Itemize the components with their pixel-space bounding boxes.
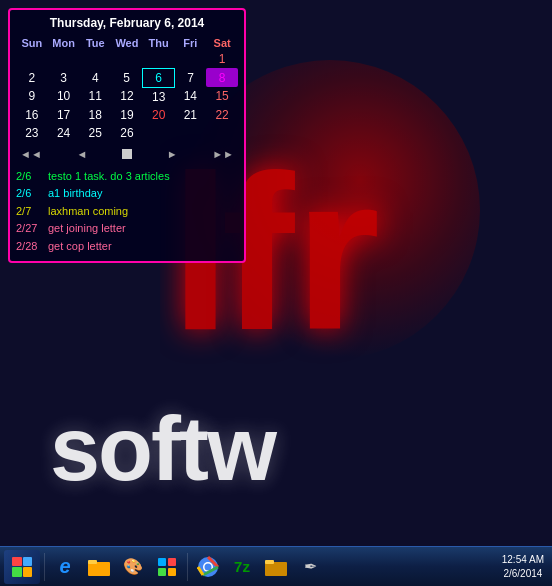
event-2-date: 2/6 xyxy=(16,185,44,203)
taskbar-separator-1 xyxy=(44,553,45,581)
cal-day-22[interactable]: 22 xyxy=(206,106,238,124)
svg-rect-9 xyxy=(265,562,287,576)
table-row: 23 24 25 26 xyxy=(16,124,238,142)
event-3-text: laxhman coming xyxy=(48,203,128,221)
cal-day-13[interactable]: 13 xyxy=(143,87,175,106)
event-2-text: a1 birthday xyxy=(48,185,102,203)
start-button[interactable] xyxy=(4,550,40,584)
svg-rect-3 xyxy=(168,558,176,566)
svg-rect-0 xyxy=(88,562,110,576)
cal-day-18[interactable]: 18 xyxy=(79,106,111,124)
col-wed: Wed xyxy=(111,36,143,50)
internet-explorer-icon[interactable]: e xyxy=(49,551,81,583)
cal-day-16[interactable]: 16 xyxy=(16,106,48,124)
cal-day-empty[interactable] xyxy=(206,124,238,142)
cal-day-26[interactable]: 26 xyxy=(111,124,143,142)
event-5-date: 2/28 xyxy=(16,238,44,256)
taskbar-date: 2/6/2014 xyxy=(502,567,544,581)
calendar-header: Thursday, February 6, 2014 xyxy=(16,16,238,30)
cal-day-empty[interactable] xyxy=(111,50,143,68)
app-icon-4[interactable] xyxy=(151,551,183,583)
col-sat: Sat xyxy=(206,36,238,50)
bg-bottom-text: softw xyxy=(50,398,275,501)
col-mon: Mon xyxy=(48,36,80,50)
col-thu: Thu xyxy=(143,36,175,50)
cal-day-5[interactable]: 5 xyxy=(111,68,143,87)
cal-day-4[interactable]: 4 xyxy=(79,68,111,87)
folder2-icon[interactable] xyxy=(260,551,292,583)
svg-rect-5 xyxy=(168,568,176,576)
cal-day-9[interactable]: 9 xyxy=(16,87,48,106)
event-1-text: testo 1 task. do 3 articles xyxy=(48,168,170,186)
nav-prev-button[interactable]: ◄ xyxy=(76,148,87,160)
calendar-nav: ◄◄ ◄ ► ►► xyxy=(16,146,238,162)
pen-icon[interactable]: ✒ xyxy=(294,551,326,583)
cal-day-empty[interactable] xyxy=(143,124,175,142)
nav-today-button[interactable] xyxy=(122,149,132,159)
svg-rect-1 xyxy=(88,560,97,564)
event-5: 2/28 get cop letter xyxy=(16,238,238,256)
table-row: 1 xyxy=(16,50,238,68)
taskbar-separator-2 xyxy=(187,553,188,581)
col-fri: Fri xyxy=(175,36,207,50)
cal-day-empty[interactable] xyxy=(79,50,111,68)
cal-day-empty[interactable] xyxy=(48,50,80,68)
cal-day-19[interactable]: 19 xyxy=(111,106,143,124)
col-tue: Tue xyxy=(79,36,111,50)
calendar-grid: Sun Mon Tue Wed Thu Fri Sat 1 2 3 xyxy=(16,36,238,142)
event-4-text: get joining letter xyxy=(48,220,126,238)
chrome-icon[interactable] xyxy=(192,551,224,583)
cal-day-21[interactable]: 21 xyxy=(175,106,207,124)
cal-day-1[interactable]: 1 xyxy=(206,50,238,68)
taskbar-right: 12:54 AM 2/6/2014 xyxy=(502,553,548,581)
cal-day-15[interactable]: 15 xyxy=(206,87,238,106)
cal-day-8-highlighted[interactable]: 8 xyxy=(206,68,238,87)
nav-prev-prev-button[interactable]: ◄◄ xyxy=(20,148,42,160)
windows-logo-icon xyxy=(12,557,32,577)
cal-day-14[interactable]: 14 xyxy=(175,87,207,106)
event-4-date: 2/27 xyxy=(16,220,44,238)
svg-rect-2 xyxy=(158,558,166,566)
calendar-events: 2/6 testo 1 task. do 3 articles 2/6 a1 b… xyxy=(16,168,238,256)
table-row: 2 3 4 5 6 7 8 xyxy=(16,68,238,87)
col-sun: Sun xyxy=(16,36,48,50)
cal-day-2[interactable]: 2 xyxy=(16,68,48,87)
cal-day-3[interactable]: 3 xyxy=(48,68,80,87)
cal-day-6-today[interactable]: 6 xyxy=(143,68,175,87)
cal-day-empty[interactable] xyxy=(175,50,207,68)
event-1-date: 2/6 xyxy=(16,168,44,186)
7zip-icon[interactable]: 7z xyxy=(226,551,258,583)
event-4: 2/27 get joining letter xyxy=(16,220,238,238)
taskbar-time: 12:54 AM xyxy=(502,553,544,567)
folder-icon[interactable] xyxy=(83,551,115,583)
event-1: 2/6 testo 1 task. do 3 articles xyxy=(16,168,238,186)
cal-day-12[interactable]: 12 xyxy=(111,87,143,106)
cal-day-empty[interactable] xyxy=(143,50,175,68)
event-3: 2/7 laxhman coming xyxy=(16,203,238,221)
cal-day-25[interactable]: 25 xyxy=(79,124,111,142)
event-2: 2/6 a1 birthday xyxy=(16,185,238,203)
svg-rect-4 xyxy=(158,568,166,576)
paint-icon[interactable]: 🎨 xyxy=(117,551,149,583)
taskbar: e 🎨 7z xyxy=(0,546,552,586)
cal-day-empty[interactable] xyxy=(175,124,207,142)
cal-day-17[interactable]: 17 xyxy=(48,106,80,124)
cal-day-10[interactable]: 10 xyxy=(48,87,80,106)
table-row: 9 10 11 12 13 14 15 xyxy=(16,87,238,106)
cal-day-empty[interactable] xyxy=(16,50,48,68)
cal-day-11[interactable]: 11 xyxy=(79,87,111,106)
calendar-widget: Thursday, February 6, 2014 Sun Mon Tue W… xyxy=(8,8,246,263)
table-row: 16 17 18 19 20 21 22 xyxy=(16,106,238,124)
cal-day-7[interactable]: 7 xyxy=(175,68,207,87)
event-5-text: get cop letter xyxy=(48,238,112,256)
cal-day-20[interactable]: 20 xyxy=(143,106,175,124)
cal-day-23[interactable]: 23 xyxy=(16,124,48,142)
event-3-date: 2/7 xyxy=(16,203,44,221)
cal-day-24[interactable]: 24 xyxy=(48,124,80,142)
svg-rect-10 xyxy=(265,560,274,564)
nav-next-next-button[interactable]: ►► xyxy=(212,148,234,160)
taskbar-clock: 12:54 AM 2/6/2014 xyxy=(502,553,544,581)
nav-next-button[interactable]: ► xyxy=(167,148,178,160)
